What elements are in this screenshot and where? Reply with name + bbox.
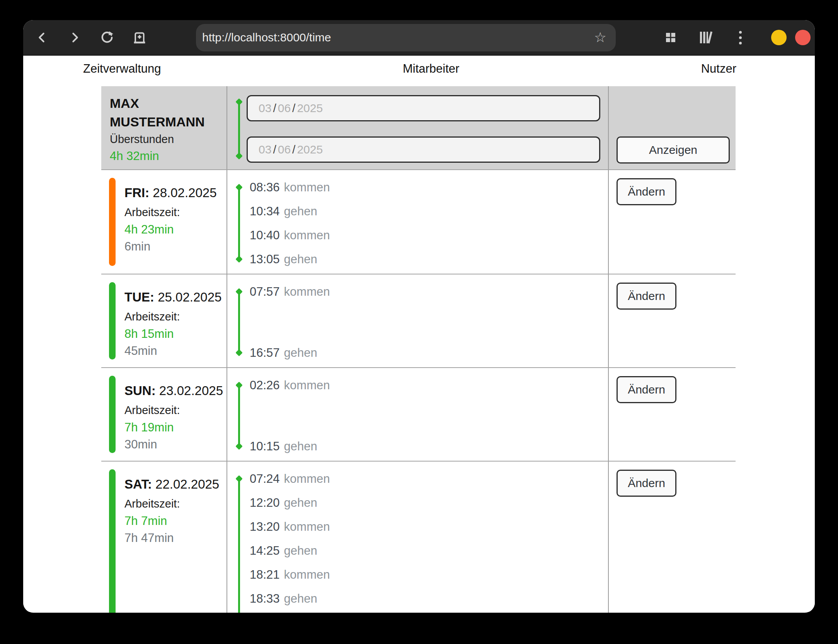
entry-list: 07:57kommen16:57gehen (227, 274, 608, 367)
entry-time: 16:57 (250, 346, 280, 360)
date-label: 22.02.2025 (155, 477, 219, 491)
employee-name: MAX MUSTERMANN (110, 94, 215, 131)
nav-item-nutzer[interactable]: Nutzer (701, 62, 736, 76)
row-actions: Ändern (609, 461, 736, 613)
time-table: MAX MUSTERMANN Überstunden 4h 32min 03/0… (101, 86, 736, 613)
placeholder-separator: / (271, 102, 278, 115)
placeholder-separator: / (291, 143, 297, 156)
toolbar-right-buttons (662, 27, 749, 48)
tab-overview-button[interactable] (662, 27, 679, 48)
entry-type: kommen (284, 472, 330, 486)
library-icon (698, 30, 713, 45)
browser-window: http://localhost:8000/time ☆ (23, 20, 815, 613)
entry-time: 13:20 (250, 520, 280, 534)
entry-time: 07:57 (250, 285, 280, 299)
timeline-line (238, 385, 240, 447)
pause-value: 7h 47min (124, 530, 223, 547)
url-text[interactable]: http://localhost:8000/time (202, 31, 594, 44)
entry-time: 18:21 (250, 568, 280, 582)
entry-list: 08:36kommen10:34gehen10:40kommen13:05geh… (227, 170, 608, 274)
time-entries: 07:57kommen16:57gehen (227, 274, 609, 367)
time-entry: 18:33gehen (250, 587, 608, 611)
url-bar[interactable]: http://localhost:8000/time ☆ (196, 24, 616, 51)
date-label: 25.02.2025 (158, 290, 221, 304)
back-button[interactable] (34, 27, 51, 48)
timeline-line (238, 291, 240, 353)
change-button[interactable]: Ändern (617, 283, 676, 310)
new-tab-icon (132, 30, 147, 45)
entry-type: kommen (284, 228, 330, 242)
forward-button[interactable] (66, 27, 83, 48)
worktime-value: 8h 15min (124, 325, 223, 342)
date-range-panel: 03/06/2025 03/06/2025 (227, 86, 609, 169)
entry-type: gehen (284, 440, 317, 453)
new-tab-button[interactable] (131, 27, 148, 48)
toolbar-nav-buttons (34, 27, 148, 48)
close-button[interactable] (795, 30, 811, 45)
nav-item-zeitverwaltung[interactable]: Zeitverwaltung (83, 62, 161, 76)
placeholder-digits: 2025 (297, 143, 323, 156)
time-app-page: Zeitverwaltung Mitarbeiter Nutzer MAX MU… (23, 56, 815, 612)
grid-icon (664, 31, 678, 44)
menu-button[interactable] (732, 27, 749, 48)
entry-type: kommen (284, 378, 330, 392)
time-entries: 02:26kommen10:15gehen (227, 367, 609, 461)
change-button[interactable]: Ändern (617, 178, 676, 205)
timeline-icon (237, 383, 242, 449)
entry-time: 14:25 (250, 544, 280, 558)
kebab-menu-icon (739, 31, 742, 44)
entry-time: 10:15 (250, 440, 280, 453)
day-summary: SUN: 23.02.2025Arbeitszeit:7h 19min30min (101, 367, 227, 461)
day-label: SUN: (124, 383, 156, 398)
entry-list: 07:24kommen12:20gehen13:20kommen14:25geh… (227, 462, 608, 613)
time-entry: 02:26kommen (250, 373, 608, 397)
entry-type: gehen (284, 544, 317, 558)
entry-type: gehen (284, 252, 317, 266)
library-button[interactable] (697, 27, 714, 48)
entry-type: gehen (284, 204, 317, 218)
date-label: 23.02.2025 (159, 383, 223, 398)
timeline-line (238, 187, 240, 260)
time-entry: 13:20kommen (250, 515, 608, 539)
worktime-value: 7h 7min (124, 513, 223, 530)
worktime-label: Arbeitszeit: (124, 495, 223, 513)
minimize-button[interactable] (771, 30, 787, 45)
timeline-icon (237, 476, 242, 613)
worktime-value: 7h 19min (124, 419, 223, 436)
placeholder-digits: 2025 (297, 102, 323, 115)
time-entry: 07:57kommen (250, 280, 608, 304)
row-actions: Ändern (609, 367, 736, 461)
entry-type: kommen (284, 181, 330, 194)
entry-type: gehen (284, 346, 317, 360)
change-button[interactable]: Ändern (617, 376, 676, 403)
status-bar (109, 376, 116, 453)
time-entries: 07:24kommen12:20gehen13:20kommen14:25geh… (227, 461, 609, 613)
placeholder-separator: / (291, 102, 297, 115)
entry-time: 18:33 (250, 592, 280, 606)
reload-button[interactable] (99, 27, 116, 48)
date-from-input[interactable]: 03/06/2025 (247, 95, 600, 121)
timeline-icon (237, 185, 242, 262)
nav-item-mitarbeiter[interactable]: Mitarbeiter (403, 62, 459, 76)
date-to-input[interactable]: 03/06/2025 (247, 136, 600, 163)
entry-time: 02:26 (250, 378, 280, 392)
date-label: 28.02.2025 (153, 186, 216, 200)
time-entry: 08:36kommen (250, 175, 608, 199)
timeline-line (238, 478, 240, 613)
bookmark-star-icon[interactable]: ☆ (594, 31, 606, 44)
app-nav: Zeitverwaltung Mitarbeiter Nutzer (83, 62, 736, 76)
day-summary: FRI: 28.02.2025Arbeitszeit:4h 23min6min (101, 169, 227, 274)
worktime-label: Arbeitszeit: (124, 203, 223, 221)
date-range-arrow-icon (237, 99, 242, 158)
show-button[interactable]: Anzeigen (617, 136, 730, 164)
change-button[interactable]: Ändern (617, 470, 676, 497)
pause-value: 45min (124, 342, 223, 359)
entry-time: 12:20 (250, 496, 280, 510)
timeline-icon (237, 289, 242, 355)
entry-time: 08:36 (250, 181, 280, 194)
day-summary: SAT: 22.02.2025Arbeitszeit:7h 7min7h 47m… (101, 461, 227, 613)
time-entry: 10:40kommen (250, 223, 608, 247)
forward-icon (68, 31, 82, 44)
time-entry: 12:20gehen (250, 491, 608, 515)
day-label: SAT: (124, 477, 152, 491)
